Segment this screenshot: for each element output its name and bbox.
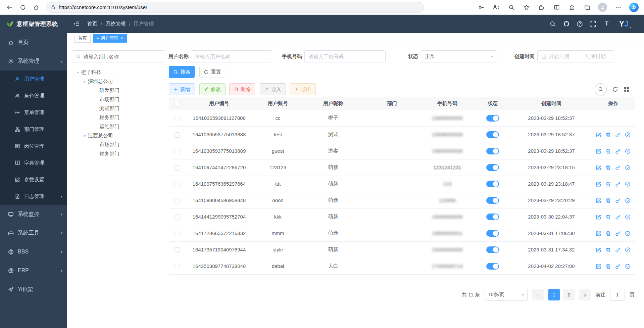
toggle-search-icon[interactable] [595, 83, 607, 95]
edit-icon[interactable] [596, 214, 601, 220]
collections-icon[interactable] [583, 2, 591, 13]
assign-role-icon[interactable] [625, 231, 631, 236]
assign-role-icon[interactable] [625, 148, 631, 154]
delete-icon[interactable] [605, 264, 611, 269]
delete-icon[interactable] [605, 181, 611, 187]
status-toggle[interactable] [486, 230, 499, 237]
tree-node[interactable]: 财务部门 [72, 113, 165, 122]
sidebar-item-role-mgmt[interactable]: 角色管理 [0, 87, 67, 104]
assign-role-icon[interactable] [625, 264, 631, 269]
tree-node[interactable]: 财务部门 [72, 149, 165, 158]
sidebar-item-yi[interactable]: Yi框架 [0, 280, 67, 299]
font-size-icon[interactable]: T [603, 20, 610, 28]
status-toggle[interactable] [486, 214, 499, 220]
status-toggle[interactable] [486, 115, 499, 122]
prev-page-button[interactable]: ‹ [532, 289, 544, 300]
modify-button[interactable]: 修改 [199, 83, 226, 95]
sidebar-item-monitor[interactable]: 系统监控 ▾ [0, 205, 67, 224]
page-button-1[interactable]: 1 [548, 289, 560, 300]
back-icon[interactable] [3, 2, 15, 13]
edit-icon[interactable] [596, 247, 601, 253]
sidebar-item-bbs[interactable]: BBS ▾ [0, 242, 67, 261]
delete-icon[interactable] [605, 214, 611, 220]
edit-icon[interactable] [596, 231, 601, 236]
row-checkbox[interactable] [175, 165, 180, 171]
status-select[interactable]: 正常 ▾ [421, 50, 497, 62]
assign-role-icon[interactable] [625, 214, 631, 220]
row-checkbox[interactable] [175, 149, 180, 154]
close-icon[interactable]: × [120, 36, 123, 41]
sidebar-item-user-mgmt[interactable]: 用户管理 [0, 71, 67, 87]
delete-icon[interactable] [605, 247, 611, 253]
breadcrumb-system[interactable]: 系统管理 [105, 21, 126, 27]
status-toggle[interactable] [486, 164, 499, 171]
import-button[interactable]: 导入 [260, 83, 286, 95]
sidebar-toggle-icon[interactable] [73, 20, 80, 27]
settings-ellipsis-icon[interactable] [614, 2, 622, 13]
profile-avatar[interactable] [598, 3, 607, 12]
github-icon[interactable] [563, 20, 570, 28]
row-checkbox[interactable] [175, 182, 180, 187]
split-screen-icon[interactable] [553, 2, 561, 13]
sidebar-item-params[interactable]: 参数设置 [0, 171, 67, 188]
reset-password-icon[interactable] [615, 247, 621, 253]
tree-node[interactable]: 研发部门 [72, 86, 165, 95]
row-checkbox[interactable] [175, 264, 180, 269]
status-toggle[interactable] [486, 131, 499, 138]
edit-icon[interactable] [596, 165, 601, 171]
dept-search-input[interactable] [84, 54, 161, 59]
edit-icon[interactable] [596, 132, 601, 138]
sidebar-item-erp[interactable]: ERP ▾ [0, 261, 67, 280]
tree-node[interactable]: 测试部门 [72, 104, 165, 113]
address-bar[interactable]: https://ccnetcore.com:1101/system/user [46, 2, 424, 13]
refresh-table-icon[interactable] [612, 86, 618, 92]
reset-password-icon[interactable] [615, 148, 621, 154]
delete-icon[interactable] [605, 132, 611, 138]
tree-node[interactable]: 市场部门 [72, 140, 165, 149]
caret-down-icon[interactable]: ▾ [81, 134, 88, 138]
assign-role-icon[interactable] [625, 198, 631, 203]
select-all-checkbox[interactable] [175, 101, 180, 106]
delete-icon[interactable] [605, 231, 611, 236]
phone-input[interactable] [308, 54, 382, 59]
assign-role-icon[interactable] [625, 247, 631, 253]
username-input[interactable] [195, 54, 268, 59]
next-page-button[interactable]: › [579, 289, 591, 300]
password-key-icon[interactable] [477, 2, 485, 13]
sidebar-item-tools[interactable]: 系统工具 ▾ [0, 224, 67, 242]
sidebar-item-home[interactable]: 首页 [0, 33, 67, 52]
copilot-icon[interactable]: b [629, 3, 639, 12]
tab-user-mgmt[interactable]: ● 用户管理 × [93, 34, 127, 43]
tree-node[interactable]: 运维部门 [72, 122, 165, 131]
edit-icon[interactable] [596, 181, 601, 187]
breadcrumb-home[interactable]: 首页 [87, 21, 97, 27]
status-toggle[interactable] [486, 148, 499, 154]
tree-node[interactable]: ▾橙子科技 [72, 68, 165, 77]
sidebar-item-dept-mgmt[interactable]: 部门管理 [0, 121, 67, 138]
zoom-out-icon[interactable] [507, 2, 515, 13]
extensions-icon[interactable] [538, 2, 546, 13]
reset-password-icon[interactable] [615, 132, 621, 138]
tree-node[interactable]: ▾江西总公司 [72, 131, 165, 140]
export-button[interactable]: 导出 [290, 83, 316, 95]
delete-icon[interactable] [605, 148, 611, 154]
reset-button[interactable]: 重置 [199, 66, 225, 78]
reset-password-icon[interactable] [615, 165, 621, 171]
read-aloud-icon[interactable]: A [492, 2, 500, 13]
refresh-page-icon[interactable] [17, 2, 29, 13]
favorite-star-icon[interactable] [523, 2, 531, 13]
sidebar-item-dict-mgmt[interactable]: 字典管理 [0, 154, 67, 171]
delete-button[interactable]: 删除 [229, 83, 255, 95]
date-start-placeholder[interactable]: 开始日期 [549, 53, 569, 60]
edit-icon[interactable] [596, 198, 601, 203]
reset-password-icon[interactable] [615, 198, 621, 203]
edit-icon[interactable] [596, 264, 601, 269]
reset-password-icon[interactable] [615, 264, 621, 269]
row-checkbox[interactable] [175, 132, 180, 138]
row-checkbox[interactable] [175, 247, 180, 253]
caret-down-icon[interactable]: ▾ [81, 79, 88, 84]
edit-icon[interactable] [596, 148, 601, 154]
reset-password-icon[interactable] [615, 181, 621, 187]
delete-icon[interactable] [605, 165, 611, 171]
column-settings-icon[interactable] [624, 86, 630, 92]
